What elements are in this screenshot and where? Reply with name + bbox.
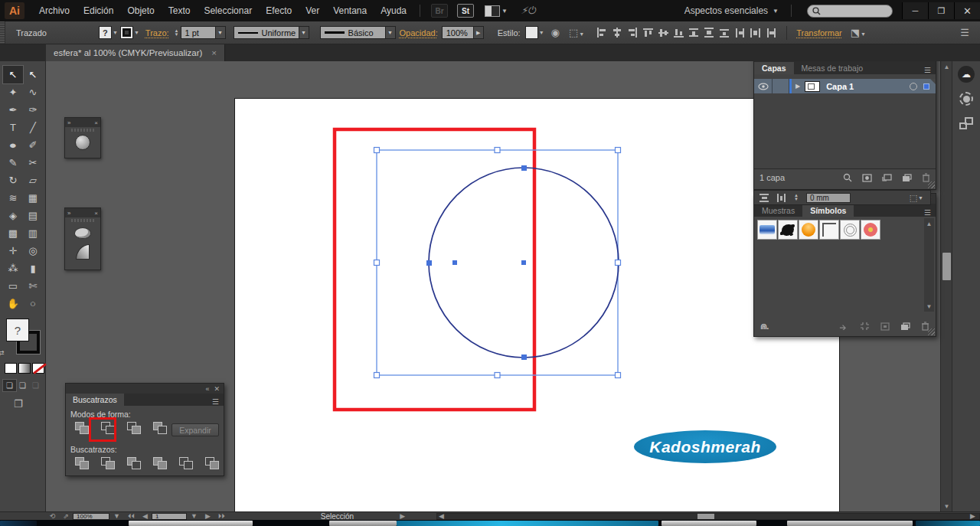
fill-color-swatch[interactable]: ?	[99, 26, 112, 39]
trim-button[interactable]	[100, 456, 118, 471]
lock-toggle[interactable]	[773, 79, 789, 93]
color-mode-button[interactable]	[5, 363, 17, 374]
last-artboard-icon[interactable]: ⏵⏵	[218, 512, 225, 521]
scroll-up-icon[interactable]: ▲	[941, 61, 952, 72]
bridge-button[interactable]: Br	[431, 4, 448, 18]
menu-efecto[interactable]: Efecto	[259, 5, 299, 16]
document-tab[interactable]: esfera* al 100% (CMYK/Previsualizar) ×	[46, 44, 225, 61]
target-circle-icon[interactable]	[910, 83, 917, 90]
add-anchor-point-tool[interactable]: ✑	[23, 101, 43, 119]
distribute-hcenter-icon[interactable]	[749, 27, 761, 38]
gradient-mode-button[interactable]	[18, 363, 31, 374]
ink-splat-symbol[interactable]	[778, 220, 798, 240]
zoom-dropdown-icon[interactable]: ▼	[113, 512, 120, 520]
scroll-left-icon[interactable]: ◀	[439, 512, 444, 520]
resize-grip[interactable]	[928, 328, 935, 335]
history-icon[interactable]: ⟲	[50, 512, 56, 520]
pen-tool[interactable]: ✒	[3, 101, 23, 119]
menu-texto[interactable]: Texto	[162, 5, 198, 16]
chevron-down-icon[interactable]: ▼	[539, 30, 544, 35]
layer-name[interactable]: Capa 1	[826, 82, 854, 91]
place-symbol-icon[interactable]	[839, 322, 849, 330]
color-palette-icon[interactable]	[74, 224, 92, 241]
opacity-field[interactable]: 100%	[442, 26, 474, 39]
paintbrush-tool[interactable]: ✐	[23, 136, 43, 154]
symbol-libraries-icon[interactable]: ⋒.	[760, 322, 768, 332]
stock-button[interactable]: St	[457, 4, 474, 18]
panel-grip[interactable]	[71, 129, 94, 132]
stroke-weight-dropdown[interactable]: ▼	[216, 26, 226, 39]
select-similar-icon[interactable]: ⬚▼	[569, 27, 586, 38]
artboard-number-field[interactable]: 1	[152, 513, 187, 520]
menu-ver[interactable]: Ver	[299, 5, 326, 16]
exclude-button[interactable]	[152, 420, 170, 436]
slice-tool[interactable]: ✄	[23, 277, 43, 295]
free-transform-tool[interactable]: ▱	[23, 172, 43, 189]
chevron-down-icon[interactable]: ▼	[134, 30, 139, 35]
tab-close-icon[interactable]: ×	[211, 48, 217, 57]
daisy-symbol[interactable]	[861, 220, 880, 240]
minimize-button[interactable]: ─	[902, 2, 928, 19]
distribute-vcenter-icon[interactable]	[703, 27, 715, 38]
first-artboard-icon[interactable]: ⏴⏴	[128, 512, 135, 521]
resize-grip[interactable]	[928, 181, 935, 188]
tab-muestras[interactable]: Muestras	[754, 204, 802, 217]
creative-cloud-icon[interactable]: ☁	[957, 65, 975, 83]
selection-tool[interactable]: ↖	[3, 66, 23, 83]
distribute-bottom-icon[interactable]	[718, 27, 730, 38]
align-hcenter-icon[interactable]	[611, 27, 623, 38]
spacing-value-field[interactable]: 0 mm	[806, 193, 851, 203]
zoom-level-field[interactable]: 100%	[73, 513, 109, 520]
mesh-tool[interactable]: ▩	[3, 224, 23, 242]
scroll-right-icon[interactable]: ▶	[970, 512, 975, 520]
draw-behind-icon[interactable]: ❏	[16, 380, 29, 391]
screen-mode-button[interactable]: ❐	[14, 398, 23, 410]
search-input[interactable]	[807, 5, 893, 18]
minus-back-button[interactable]	[204, 456, 222, 471]
divide-button[interactable]	[74, 456, 92, 471]
zoom-tool[interactable]: ○	[23, 295, 43, 312]
selection-indicator[interactable]	[923, 83, 929, 90]
rotate-tool[interactable]: ↻	[3, 172, 23, 189]
close-button[interactable]: ✕	[954, 2, 980, 19]
vertical-scrollbar[interactable]: ▲ ▼	[940, 61, 952, 511]
panel-grip[interactable]	[0, 21, 5, 44]
panel-close-icon[interactable]: ×	[94, 119, 98, 126]
shape-builder-tool[interactable]: ◈	[3, 207, 23, 224]
panel-menu-icon[interactable]: ☰	[960, 27, 969, 38]
stroke-weight-field[interactable]: 1 pt	[181, 26, 216, 39]
expand-button[interactable]: Expandir	[172, 423, 219, 436]
kadoshmerah-logo[interactable]: Kadoshmerah	[634, 430, 776, 463]
panel-menu-icon[interactable]: ☰	[924, 208, 936, 217]
dashed-circle-icon[interactable]	[957, 90, 975, 108]
align-right-icon[interactable]	[626, 27, 639, 38]
gpu-performance-icon[interactable]: ⚡⏻	[520, 5, 537, 17]
swap-fill-stroke-icon[interactable]: ⇄	[0, 349, 5, 357]
cloud-gradient-symbol[interactable]	[757, 220, 777, 240]
tab-capas[interactable]: Capas	[754, 62, 794, 74]
scrollbar-thumb[interactable]	[942, 253, 951, 280]
scroll-up-icon[interactable]: ▲	[924, 218, 934, 229]
merge-button[interactable]	[126, 456, 144, 471]
align-bottom-icon[interactable]	[672, 27, 684, 38]
stroke-weight-label[interactable]: Trazo:	[145, 28, 169, 38]
symbol-sprayer-tool[interactable]: ⁂	[3, 260, 23, 277]
align-to-icon[interactable]: ⬚▼	[910, 193, 926, 203]
artboard-tool[interactable]: ▭	[3, 277, 23, 295]
type-tool[interactable]: T	[3, 119, 23, 136]
menu-archivo[interactable]: Archivo	[32, 5, 77, 16]
lasso-tool[interactable]: ∿	[23, 83, 43, 101]
align-left-icon[interactable]	[596, 27, 608, 38]
align-vcenter-icon[interactable]	[657, 27, 669, 38]
scroll-down-icon[interactable]: ▼	[924, 301, 934, 312]
none-mode-button[interactable]	[32, 363, 44, 374]
distribute-hspace-icon[interactable]	[776, 193, 786, 203]
status-expand-icon[interactable]: ▶	[400, 512, 405, 520]
direct-selection-tool[interactable]: ↖	[23, 66, 43, 83]
panel-expand-icon[interactable]: »	[67, 210, 70, 217]
ellipse-tool[interactable]: ●	[3, 136, 23, 154]
warp-tool[interactable]: ▦	[23, 189, 43, 207]
panel-expand-icon[interactable]: »	[67, 119, 70, 126]
panel-menu-icon[interactable]: ☰	[212, 397, 224, 406]
gradient-quarter-icon[interactable]	[74, 243, 92, 260]
